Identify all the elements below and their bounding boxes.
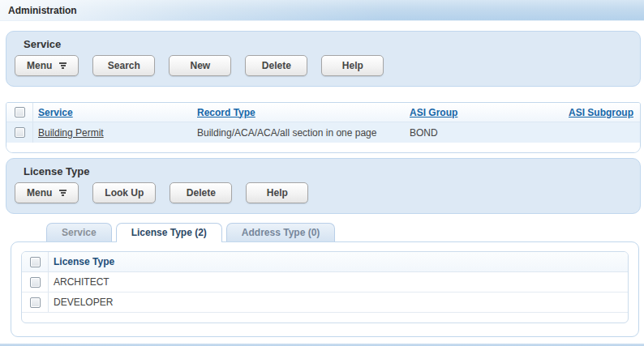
license-type-table: License Type ARCHITECT DEVELOPER xyxy=(21,251,629,323)
service-search-button[interactable]: Search xyxy=(92,55,155,76)
service-row-checkbox-cell xyxy=(6,122,33,143)
license-type-panel-title: License Type xyxy=(24,165,632,177)
service-select-all-cell xyxy=(6,103,33,122)
service-row-asi-group: BOND xyxy=(405,127,564,139)
license-menu-button[interactable]: Menu xyxy=(15,182,79,203)
asi-subgroup-column-header[interactable]: ASI Subgroup xyxy=(564,107,640,118)
service-menu-button[interactable]: Menu xyxy=(15,55,79,76)
menu-dropdown-icon xyxy=(59,190,67,196)
service-new-button[interactable]: New xyxy=(169,55,231,76)
service-row-checkbox[interactable] xyxy=(15,127,25,138)
tab-bar: Service License Type (2) Address Type (0… xyxy=(46,223,641,241)
service-column-header[interactable]: Service xyxy=(33,107,192,118)
license-row-checkbox-cell xyxy=(22,272,49,292)
service-table: Service Record Type ASI Group ASI Subgro… xyxy=(6,102,641,153)
license-type-row: DEVELOPER xyxy=(22,293,628,313)
license-menu-button-label: Menu xyxy=(27,187,52,199)
license-row-checkbox-cell xyxy=(22,293,49,312)
license-select-all-cell xyxy=(22,252,49,271)
service-button-row: Menu Search New Delete Help xyxy=(15,55,632,76)
license-type-tab-panel: License Type ARCHITECT DEVELOPER xyxy=(11,241,639,337)
license-type-column-header: License Type xyxy=(49,256,628,267)
service-toolbar-panel: Service Menu Search New Delete Help xyxy=(6,31,641,87)
license-type-toolbar-panel: License Type Menu Look Up Delete Help xyxy=(6,158,641,214)
license-select-all-checkbox[interactable] xyxy=(30,257,41,267)
license-row-checkbox[interactable] xyxy=(30,297,41,308)
license-type-button-row: Menu Look Up Delete Help xyxy=(15,182,632,203)
service-table-row: Building Permit Building/ACA/ACA/all sec… xyxy=(6,122,640,143)
tab-address-type[interactable]: Address Type (0) xyxy=(226,223,335,241)
service-row-link[interactable]: Building Permit xyxy=(33,127,192,139)
license-type-table-header-row: License Type xyxy=(22,252,628,272)
service-row-record-type: Building/ACA/ACA/all section in one page xyxy=(192,127,405,139)
service-table-header-row: Service Record Type ASI Group ASI Subgro… xyxy=(6,103,640,122)
menu-dropdown-icon xyxy=(59,62,67,69)
license-type-row: ARCHITECT xyxy=(22,272,628,293)
record-type-column-header[interactable]: Record Type xyxy=(192,107,405,118)
license-type-row-label: ARCHITECT xyxy=(49,276,628,288)
tab-service[interactable]: Service xyxy=(46,223,112,241)
license-help-button[interactable]: Help xyxy=(246,182,308,203)
tab-license-type[interactable]: License Type (2) xyxy=(116,223,222,241)
service-select-all-checkbox[interactable] xyxy=(15,107,25,117)
page-title: Administration xyxy=(8,5,77,16)
service-panel-title: Service xyxy=(24,38,632,50)
main-content: Service Menu Search New Delete Help Serv… xyxy=(0,21,644,337)
license-row-checkbox[interactable] xyxy=(30,277,41,288)
license-delete-button[interactable]: Delete xyxy=(170,182,232,203)
license-type-table-footer xyxy=(22,313,628,323)
service-menu-button-label: Menu xyxy=(27,60,52,71)
license-type-row-label: DEVELOPER xyxy=(49,297,628,308)
administration-header-bar: Administration xyxy=(0,0,644,21)
asi-group-column-header[interactable]: ASI Group xyxy=(405,107,564,118)
service-delete-button[interactable]: Delete xyxy=(245,55,307,76)
service-help-button[interactable]: Help xyxy=(321,55,384,76)
license-lookup-button[interactable]: Look Up xyxy=(92,182,156,203)
service-table-footer xyxy=(6,143,640,152)
